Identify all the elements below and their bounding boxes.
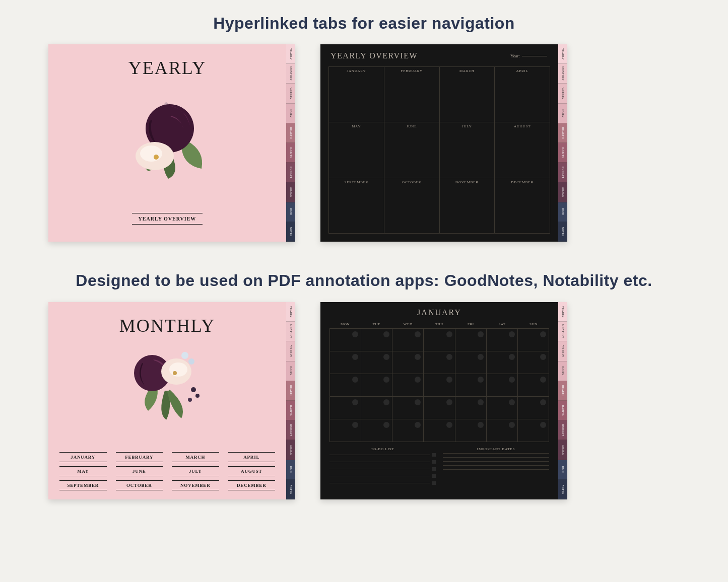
tab-habits[interactable]: HABITS	[558, 143, 567, 163]
tab-yearly[interactable]: YEARLY	[286, 44, 295, 64]
calendar-day-cell[interactable]	[455, 329, 487, 351]
overview-month-cell[interactable]: JULY	[440, 122, 495, 178]
calendar-day-cell[interactable]	[330, 329, 361, 351]
calendar-day-cell[interactable]	[487, 397, 518, 419]
important-date-row[interactable]	[443, 469, 549, 470]
todo-item-row[interactable]	[329, 474, 436, 478]
calendar-day-cell[interactable]	[361, 351, 392, 374]
calendar-day-cell[interactable]	[330, 397, 361, 419]
month-link-april[interactable]: APRIL	[228, 452, 276, 462]
tab-goals[interactable]: GOALS	[558, 440, 567, 460]
overview-month-cell[interactable]: NOVEMBER	[440, 178, 495, 234]
calendar-day-cell[interactable]	[392, 329, 424, 351]
month-link-january[interactable]: JANUARY	[59, 452, 107, 462]
calendar-day-cell[interactable]	[392, 351, 424, 374]
overview-month-cell[interactable]: SEPTEMBER	[329, 178, 384, 234]
calendar-day-cell[interactable]	[424, 374, 455, 397]
overview-month-cell[interactable]: DECEMBER	[495, 178, 550, 234]
calendar-day-cell[interactable]	[424, 351, 455, 374]
tab-monthly[interactable]: MONTHLY	[558, 64, 567, 84]
overview-month-cell[interactable]: MAY	[329, 122, 384, 178]
month-link-march[interactable]: MARCH	[172, 452, 219, 462]
tab-weekly[interactable]: WEEKLY	[286, 341, 295, 361]
calendar-day-cell[interactable]	[455, 374, 487, 397]
todo-item-row[interactable]	[329, 453, 436, 457]
month-link-september[interactable]: SEPTEMBER	[59, 480, 107, 490]
checkbox-icon[interactable]	[432, 453, 436, 457]
month-link-july[interactable]: JULY	[172, 466, 219, 476]
calendar-day-cell[interactable]	[361, 374, 392, 397]
month-link-august[interactable]: AUGUST	[228, 466, 276, 476]
tab-habits[interactable]: HABITS	[286, 143, 295, 163]
calendar-day-cell[interactable]	[392, 374, 424, 397]
calendar-day-cell[interactable]	[392, 397, 424, 419]
tab-budget[interactable]: BUDGET	[558, 163, 567, 182]
month-link-june[interactable]: JUNE	[116, 466, 163, 476]
overview-month-cell[interactable]: AUGUST	[495, 122, 550, 178]
calendar-day-cell[interactable]	[487, 351, 518, 374]
calendar-day-cell[interactable]	[487, 419, 518, 442]
month-link-november[interactable]: NOVEMBER	[172, 480, 219, 490]
calendar-day-cell[interactable]	[518, 397, 549, 419]
tab-weekly[interactable]: WEEKLY	[286, 84, 295, 103]
important-date-row[interactable]	[443, 465, 549, 466]
tab-budget[interactable]: BUDGET	[286, 163, 295, 182]
todo-item-row[interactable]	[329, 460, 436, 464]
important-date-row[interactable]	[443, 461, 549, 462]
tab-health[interactable]: HEALTH	[558, 381, 567, 401]
tab-notes[interactable]: NOTES	[286, 222, 295, 242]
tab-yearly[interactable]: YEARLY	[286, 302, 295, 322]
tab-daily[interactable]: DAILY	[286, 361, 295, 381]
todo-item-row[interactable]	[329, 481, 436, 485]
calendar-day-cell[interactable]	[455, 419, 487, 442]
tab-health[interactable]: HEALTH	[558, 123, 567, 143]
checkbox-icon[interactable]	[432, 467, 436, 471]
tab-monthly[interactable]: MONTHLY	[558, 322, 567, 341]
tab-health[interactable]: HEALTH	[286, 381, 295, 401]
important-date-row[interactable]	[443, 457, 549, 458]
overview-month-cell[interactable]: APRIL	[495, 67, 550, 122]
tab-habits[interactable]: HABITS	[558, 401, 567, 420]
month-link-october[interactable]: OCTOBER	[116, 480, 163, 490]
todo-item-row[interactable]	[329, 467, 436, 471]
calendar-day-cell[interactable]	[392, 419, 424, 442]
tab-habits[interactable]: HABITS	[286, 401, 295, 420]
year-input-line[interactable]	[522, 56, 547, 56]
calendar-day-cell[interactable]	[455, 397, 487, 419]
month-link-february[interactable]: FEBRUARY	[116, 452, 163, 462]
overview-month-cell[interactable]: JUNE	[384, 122, 440, 178]
calendar-day-cell[interactable]	[330, 374, 361, 397]
calendar-day-cell[interactable]	[518, 374, 549, 397]
tab-daily[interactable]: DAILY	[286, 104, 295, 123]
calendar-day-cell[interactable]	[518, 351, 549, 374]
calendar-day-cell[interactable]	[361, 419, 392, 442]
tab-goals[interactable]: GOALS	[558, 182, 567, 202]
overview-month-cell[interactable]: JANUARY	[329, 67, 384, 122]
overview-month-cell[interactable]: MARCH	[440, 67, 495, 122]
tab-health[interactable]: HEALTH	[286, 123, 295, 143]
tab-budget[interactable]: BUDGET	[558, 420, 567, 440]
yearly-overview-link[interactable]: YEARLY OVERVIEW	[132, 213, 203, 225]
tab-notes[interactable]: NOTES	[558, 480, 567, 499]
calendar-day-cell[interactable]	[361, 397, 392, 419]
tab-weekly[interactable]: WEEKLY	[558, 84, 567, 103]
tab-dmd[interactable]: DMD	[558, 202, 567, 222]
tab-dmd[interactable]: DMD	[286, 460, 295, 480]
tab-weekly[interactable]: WEEKLY	[558, 341, 567, 361]
tab-yearly[interactable]: YEARLY	[558, 302, 567, 322]
calendar-day-cell[interactable]	[361, 329, 392, 351]
checkbox-icon[interactable]	[432, 474, 436, 478]
calendar-day-cell[interactable]	[424, 419, 455, 442]
calendar-day-cell[interactable]	[487, 374, 518, 397]
tab-dmd[interactable]: DMD	[286, 202, 295, 222]
tab-daily[interactable]: DAILY	[558, 361, 567, 381]
calendar-day-cell[interactable]	[330, 351, 361, 374]
tab-goals[interactable]: GOALS	[286, 182, 295, 202]
tab-monthly[interactable]: MONTHLY	[286, 64, 295, 84]
tab-notes[interactable]: NOTES	[558, 222, 567, 242]
checkbox-icon[interactable]	[432, 460, 436, 464]
calendar-day-cell[interactable]	[518, 419, 549, 442]
tab-daily[interactable]: DAILY	[558, 104, 567, 123]
calendar-day-cell[interactable]	[424, 329, 455, 351]
calendar-day-cell[interactable]	[330, 419, 361, 442]
